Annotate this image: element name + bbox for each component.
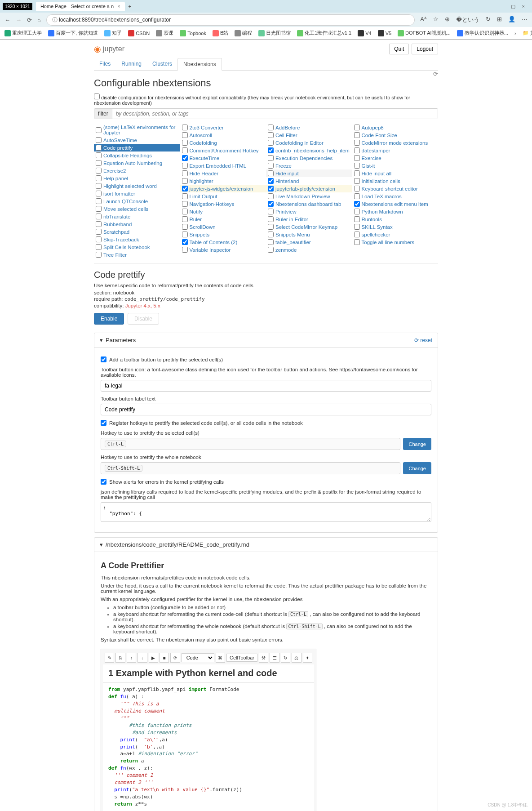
celltoolbar-label[interactable]: CellToolbar [226,654,257,662]
list-icon[interactable]: ☰ [270,653,279,663]
jupyter-logo[interactable]: ◉ jupyter [94,44,124,54]
cmd-icon[interactable]: ⌘ [216,653,225,663]
param-show-alerts[interactable]: Show alerts for errors in the kernel pre… [101,479,431,485]
new-tab-icon[interactable]: + [129,4,131,9]
reload-icon[interactable]: ⟳ [27,17,32,23]
bookmark-item[interactable]: 编程 [235,30,252,36]
extension-item[interactable]: AddBefore [266,124,352,131]
compat-checkbox[interactable] [94,94,100,99]
extension-item[interactable]: ScrollDown [180,223,266,231]
tab-clusters[interactable]: Clusters [147,58,177,70]
bookmark-item[interactable]: DOFBOT AI视觉机... [398,30,451,36]
home-icon[interactable]: ⌂ [37,17,41,23]
hammer-icon[interactable]: ⚒ [259,653,268,663]
url-input[interactable]: ⓘ localhost:8890/tree#nbextensions_confi… [46,14,415,26]
extension-item[interactable]: Codefolding [180,139,266,147]
gavel-icon[interactable]: ⚖ [292,653,301,663]
bookmark-item[interactable]: 日光图书馆 [258,30,291,36]
extension-item[interactable]: Variable Inspector [180,246,266,254]
change-hotkey1-button[interactable]: Change [403,438,431,450]
stop-icon[interactable]: ■ [160,653,169,663]
extension-item[interactable]: Table of Contents (2) [180,238,266,246]
extension-item[interactable]: contrib_nbextensions_help_item [266,147,352,154]
extension-item[interactable]: Code Font Size [352,131,439,139]
extension-item[interactable]: AutoSaveTime [94,136,180,144]
menu-icon[interactable]: ⋯ [522,16,528,24]
extension-item[interactable]: Move selected cells [94,205,180,213]
restart-icon[interactable]: ⟳ [170,653,180,663]
extension-item[interactable]: Load TeX macros [352,192,439,200]
extension-item[interactable]: spellchecker [352,231,439,238]
extension-item[interactable]: jupyterlab-plotly/extension [266,185,352,192]
extension-item[interactable]: Select CodeMirror Keymap [266,223,352,231]
bookmark-item[interactable]: 百度一下, 你就知道 [48,30,98,36]
extension-item[interactable]: Nbextensions dashboard tab [266,200,352,208]
bookmark-item[interactable]: B站 [213,30,228,36]
extension-item[interactable]: Hide input [266,169,352,177]
close-tab-icon[interactable]: × [117,4,120,9]
zoom-icon[interactable]: ⊕ [445,16,450,24]
extension-item[interactable]: Keyboard shortcut editor [352,185,439,192]
extension-item[interactable]: Toggle all line numbers [352,238,439,246]
down-icon[interactable]: ↓ [137,653,147,663]
extension-item[interactable]: Printview [266,208,352,215]
extension-item[interactable]: Hide input all [352,169,439,177]
star-icon[interactable]: ☆ [433,16,439,24]
extension-item[interactable]: Cell Filter [266,131,352,139]
maximize-icon[interactable]: ▢ [511,4,515,9]
extension-item[interactable]: highlighter [180,177,266,185]
extension-item[interactable]: CodeMirror mode extensions [352,139,439,147]
extension-item[interactable]: Code prettify [94,144,180,152]
logout-button[interactable]: Logout [412,44,438,54]
param-json-textarea[interactable] [101,502,431,522]
extension-item[interactable]: Initialization cells [352,177,439,185]
extension-item[interactable]: Autopep8 [352,124,439,131]
extension-item[interactable]: table_beautifier [266,238,352,246]
text-size-icon[interactable]: Aᴬ [420,16,427,24]
other-bookmarks[interactable]: 📁 其他收藏夹 [523,30,532,36]
extension-item[interactable]: Autoscroll [180,131,266,139]
extension-item[interactable]: Comment/Uncomment Hotkey [180,147,266,154]
extension-item[interactable]: Help panel [94,174,180,182]
reset-link[interactable]: ⟳ reset [414,337,432,343]
enable-button[interactable]: Enable [94,313,124,325]
extension-item[interactable]: Hide Header [180,169,266,177]
extension-item[interactable]: 2to3 Converter [180,124,266,131]
save-icon[interactable]: ✎ [105,653,114,663]
extension-item[interactable]: Exercise2 [94,167,180,174]
bookmark-item[interactable]: 慕课 [156,30,173,36]
param-register-hotkeys[interactable]: Register hotkeys to prettify the selecte… [101,420,431,426]
extension-item[interactable]: Nbextensions edit menu item [352,200,439,208]
extension-item[interactable]: Execution Dependencies [266,154,352,162]
tab-nbextensions[interactable]: Nbextensions [177,58,222,71]
extension-item[interactable]: zenmode [266,246,352,254]
extension-item[interactable]: Snippets [180,231,266,238]
extension-item[interactable]: Rubberband [94,220,180,228]
extension-item[interactable]: (some) LaTeX environments for Jupyter [94,124,180,136]
extension-item[interactable]: Hinterland [266,177,352,185]
extension-item[interactable]: Export Embedded HTML [180,162,266,169]
extension-item[interactable]: Ruler [180,215,266,223]
bookmark-item[interactable]: 教学认识识别神器... [457,30,508,36]
sync-icon[interactable]: ↻ [486,16,491,24]
extension-item[interactable]: Live Markdown Preview [266,192,352,200]
extension-item[interactable]: Python Markdown [352,208,439,215]
minimize-icon[interactable]: — [499,4,504,9]
extension-item[interactable]: Navigation-Hotkeys [180,200,266,208]
back-icon[interactable]: ← [4,17,10,23]
readme-header[interactable]: ▾ /nbextensions/code_prettify/README_cod… [94,538,438,552]
bookmark-item[interactable]: 重庆理工大学 [4,30,42,36]
change-hotkey2-button[interactable]: Change [403,462,431,474]
bookmark-item[interactable]: 化工1班作业汇总v1.1 [297,30,351,36]
close-window-icon[interactable]: × [522,4,525,9]
extension-item[interactable]: Launch QTConsole [94,197,180,205]
extension-item[interactable]: Runtools [352,215,439,223]
reader-icon[interactable]: �という [456,16,479,24]
tab-files[interactable]: Files [94,58,116,70]
run-icon[interactable]: ▶ [149,653,158,663]
extension-item[interactable]: Gist-it [352,162,439,169]
extension-item[interactable]: Ruler in Editor [266,215,352,223]
bookmark-item[interactable]: V5 [378,30,391,36]
cell-type-select[interactable]: Code [182,653,214,662]
extension-item[interactable]: Scratchpad [94,228,180,236]
